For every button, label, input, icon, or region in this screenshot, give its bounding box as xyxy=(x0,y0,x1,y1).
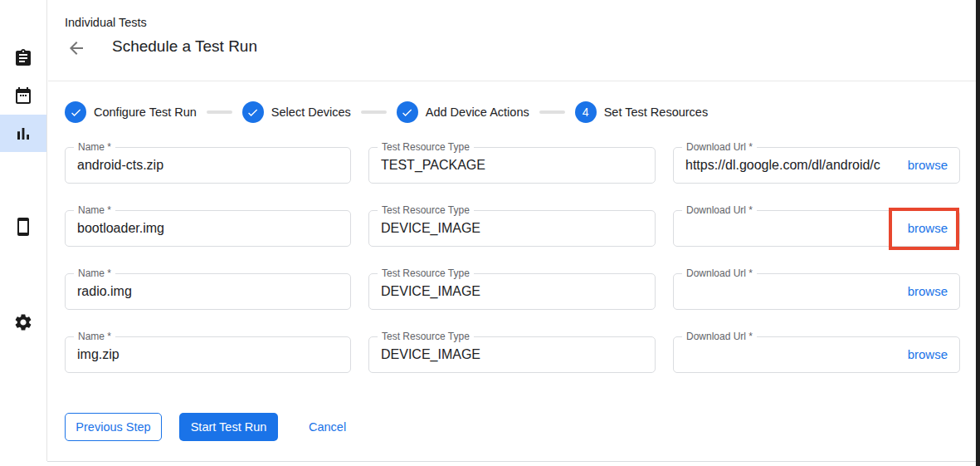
step-select-devices[interactable]: Select Devices xyxy=(242,101,351,123)
resource-type-field[interactable]: Test Resource Type DEVICE_IMAGE xyxy=(368,210,656,247)
sidebar-item-settings[interactable] xyxy=(0,303,46,341)
name-input[interactable]: radio.img xyxy=(66,274,344,309)
step-connector xyxy=(361,110,387,114)
sidebar xyxy=(0,0,47,461)
browse-link[interactable]: browse xyxy=(908,211,948,246)
calendar-icon xyxy=(13,86,33,105)
download-url-input[interactable]: https://dl.google.com/dl/android/c xyxy=(674,148,900,183)
download-url-input[interactable] xyxy=(674,274,900,309)
resource-type-value: TEST_PACKAGE xyxy=(369,148,648,183)
step-number-badge: 4 xyxy=(575,101,597,123)
name-field[interactable]: Name * bootloader.img xyxy=(65,210,351,247)
start-test-run-button[interactable]: Start Test Run xyxy=(179,413,278,441)
resource-row-android-cts: Name * android-cts.zip Test Resource Typ… xyxy=(65,147,960,184)
download-url-field[interactable]: Download Url * https://dl.google.com/dl/… xyxy=(673,147,960,184)
step-label: Select Devices xyxy=(271,105,351,119)
breadcrumb: Individual Tests xyxy=(65,16,147,29)
header-divider xyxy=(48,81,980,81)
test-resources-form: Name * android-cts.zip Test Resource Typ… xyxy=(65,147,960,400)
arrow-back-icon xyxy=(66,38,86,58)
resource-type-value: DEVICE_IMAGE xyxy=(369,211,648,246)
step-add-device-actions[interactable]: Add Device Actions xyxy=(397,101,529,123)
page-title: Schedule a Test Run xyxy=(112,37,257,56)
resource-type-field[interactable]: Test Resource Type DEVICE_IMAGE xyxy=(368,273,656,310)
check-icon xyxy=(246,106,259,119)
step-connector xyxy=(207,110,232,114)
sidebar-item-devices[interactable] xyxy=(0,208,46,246)
resource-type-value: DEVICE_IMAGE xyxy=(369,274,648,309)
resource-type-value: DEVICE_IMAGE xyxy=(369,337,648,372)
name-input[interactable]: bootloader.img xyxy=(66,211,344,246)
footer-actions: Previous Step Start Test Run Cancel xyxy=(65,413,346,441)
resource-row-radio: Name * radio.img Test Resource Type DEVI… xyxy=(65,273,960,310)
check-icon xyxy=(70,106,82,119)
name-field[interactable]: Name * img.zip xyxy=(65,336,351,373)
resource-row-bootloader: Name * bootloader.img Test Resource Type… xyxy=(65,210,960,247)
step-complete-icon xyxy=(397,101,418,123)
name-field[interactable]: Name * radio.img xyxy=(65,273,351,310)
sidebar-item-test-plans[interactable] xyxy=(0,76,46,115)
browse-link[interactable]: browse xyxy=(908,148,948,183)
step-label: Configure Test Run xyxy=(94,105,197,119)
phone-icon xyxy=(13,217,33,237)
step-complete-icon xyxy=(65,101,86,123)
resource-row-img-zip: Name * img.zip Test Resource Type DEVICE… xyxy=(65,336,960,373)
step-connector xyxy=(539,110,565,114)
step-set-test-resources[interactable]: 4 Set Test Resources xyxy=(575,101,708,123)
clipboard-icon xyxy=(13,48,33,68)
download-url-input[interactable] xyxy=(674,211,900,246)
download-url-field[interactable]: Download Url * browse xyxy=(673,336,960,373)
cancel-button[interactable]: Cancel xyxy=(309,413,346,441)
browse-link[interactable]: browse xyxy=(908,337,948,372)
resource-type-field[interactable]: Test Resource Type DEVICE_IMAGE xyxy=(368,336,656,373)
step-configure-test-run[interactable]: Configure Test Run xyxy=(65,101,197,123)
download-url-field[interactable]: Download Url * browse xyxy=(673,210,960,247)
resource-type-field[interactable]: Test Resource Type TEST_PACKAGE xyxy=(368,147,656,184)
name-field[interactable]: Name * android-cts.zip xyxy=(65,147,351,184)
stepper: Configure Test Run Select Devices Add De… xyxy=(65,101,708,123)
browse-link[interactable]: browse xyxy=(908,274,948,309)
name-input[interactable]: img.zip xyxy=(66,337,344,372)
name-input[interactable]: android-cts.zip xyxy=(66,148,344,183)
sidebar-item-tests[interactable] xyxy=(0,39,46,77)
sidebar-item-test-results[interactable] xyxy=(0,115,46,152)
previous-step-button[interactable]: Previous Step xyxy=(65,413,162,441)
back-button[interactable] xyxy=(66,37,87,59)
bar-chart-icon xyxy=(13,124,33,144)
step-label: Set Test Resources xyxy=(604,105,708,119)
download-url-field[interactable]: Download Url * browse xyxy=(673,273,960,310)
download-url-input[interactable] xyxy=(674,337,900,372)
bottom-divider xyxy=(47,461,980,462)
step-label: Add Device Actions xyxy=(426,105,529,119)
gear-icon xyxy=(13,312,33,332)
window-right-edge xyxy=(976,0,980,466)
check-icon xyxy=(401,106,413,119)
step-complete-icon xyxy=(242,101,264,123)
